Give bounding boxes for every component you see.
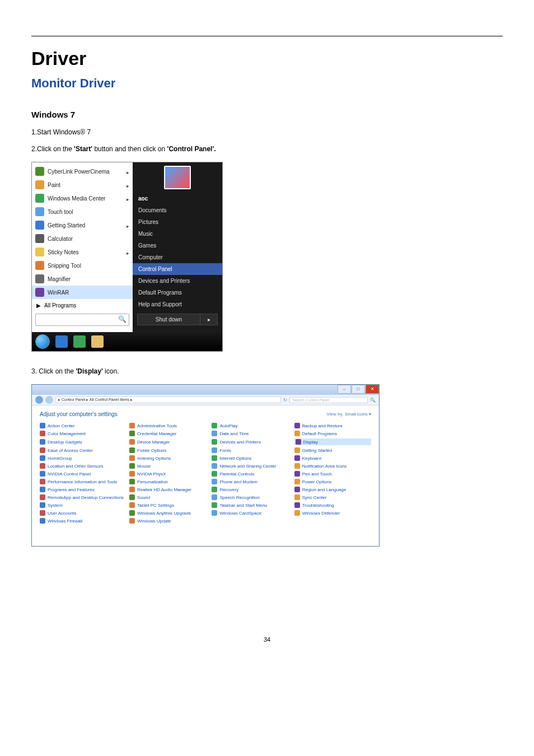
start-menu-program-item[interactable]: Paint▸ [32, 178, 133, 192]
user-picture[interactable] [164, 166, 191, 189]
step-2: 2.Click on the 'Start' button and then c… [31, 145, 503, 153]
refresh-icon[interactable]: ↻ [283, 398, 287, 403]
control-panel-item-label: User Accounts [48, 511, 77, 516]
control-panel-item[interactable]: Pen and Touch [294, 471, 371, 477]
start-orb-icon[interactable] [35, 334, 50, 349]
control-panel-item[interactable]: RemoteApp and Desktop Connections [40, 494, 124, 500]
start-search-input[interactable]: 🔍 [35, 314, 129, 326]
start-menu-right-item[interactable]: Control Panel [133, 263, 222, 275]
start-menu-program-item[interactable]: WinRAR [32, 286, 133, 299]
control-panel-item[interactable]: Performance Information and Tools [40, 479, 124, 484]
control-panel-item[interactable]: Internet Options [212, 455, 288, 461]
start-menu-right-item[interactable]: Games [133, 240, 222, 251]
control-panel-item[interactable]: Windows Firewall [40, 518, 124, 524]
control-panel-item[interactable]: Administrative Tools [129, 423, 206, 428]
control-panel-item[interactable]: Credential Manager [129, 431, 206, 436]
start-menu-right-item[interactable]: Music [133, 228, 222, 240]
control-panel-item-label: Windows Defender [302, 511, 340, 516]
step-3-bold-display: 'Display' [76, 367, 102, 375]
control-panel-item[interactable]: Desktop Gadgets [40, 438, 124, 445]
control-panel-item[interactable]: NVIDIA PhysX [129, 471, 206, 477]
control-panel-item[interactable]: Color Management [40, 431, 124, 436]
control-panel-item[interactable]: User Accounts [40, 510, 124, 516]
control-panel-item-label: Location and Other Sensors [48, 464, 104, 469]
control-panel-item[interactable]: Indexing Options [129, 455, 206, 461]
control-panel-item[interactable]: Fonts [212, 447, 288, 453]
start-menu-program-item[interactable]: Snipping Tool [32, 259, 133, 272]
taskbar-explorer-icon[interactable] [91, 335, 104, 348]
shutdown-button[interactable]: Shut down [137, 314, 200, 325]
control-panel-item[interactable]: NVIDIA Control Panel [40, 471, 124, 477]
control-panel-item[interactable]: Parental Controls [212, 471, 288, 477]
control-panel-item[interactable]: Mouse [129, 463, 206, 469]
start-menu-program-item[interactable]: CyberLink PowerCinema▸ [32, 165, 133, 178]
control-panel-item[interactable]: HomeGroup [40, 455, 124, 461]
control-panel-item-label: Sync Center [302, 495, 327, 500]
search-control-panel-input[interactable]: Search Control Panel [289, 397, 368, 403]
control-panel-item[interactable]: Display [294, 438, 371, 445]
start-menu-program-item[interactable]: Touch tool [32, 205, 133, 218]
all-programs-item[interactable]: ▶ All Programs [32, 299, 133, 311]
start-menu-right-item[interactable]: Documents [133, 204, 222, 216]
page-number: 34 [31, 636, 503, 643]
control-panel-item[interactable]: Default Programs [294, 431, 371, 436]
control-panel-item[interactable]: Region and Language [294, 487, 371, 492]
start-menu-right-item[interactable]: Help and Support [133, 298, 222, 310]
control-panel-item[interactable]: Folder Options [129, 447, 206, 453]
start-menu-program-item[interactable]: Calculator [32, 232, 133, 245]
breadcrumb[interactable]: ▸ Control Panel ▸ All Control Panel Item… [55, 396, 281, 403]
control-panel-item[interactable]: Windows CardSpace [212, 510, 288, 516]
control-panel-item[interactable]: Ease of Access Center [40, 447, 124, 453]
control-panel-item[interactable]: Sync Center [294, 494, 371, 500]
start-menu-program-item[interactable]: Sticky Notes▸ [32, 245, 133, 259]
start-menu-right-item[interactable]: Default Programs [133, 287, 222, 298]
control-panel-item[interactable]: Realtek HD Audio Manager [129, 487, 206, 492]
control-panel-item[interactable]: Programs and Features [40, 487, 124, 492]
taskbar-ie-icon[interactable] [55, 335, 68, 348]
control-panel-item[interactable]: Windows Anytime Upgrade [129, 510, 206, 516]
close-button[interactable]: ✕ [366, 385, 379, 394]
control-panel-item-icon [129, 463, 135, 469]
start-menu-program-item[interactable]: Getting Started▸ [32, 218, 133, 232]
start-menu-right-item[interactable]: Pictures [133, 216, 222, 228]
control-panel-item[interactable]: Notification Area Icons [294, 463, 371, 469]
taskbar-media-icon[interactable] [73, 335, 86, 348]
shutdown-options-button[interactable]: ▸ [200, 314, 218, 325]
control-panel-item[interactable]: Taskbar and Start Menu [212, 502, 288, 508]
control-panel-item[interactable]: Date and Time [212, 431, 288, 436]
start-menu-program-item[interactable]: Windows Media Center▸ [32, 192, 133, 205]
view-by-dropdown[interactable]: View by: Small icons ▾ [327, 412, 371, 417]
control-panel-item[interactable]: Location and Other Sensors [40, 463, 124, 469]
start-menu-right-item[interactable]: Computer [133, 251, 222, 263]
maximize-button[interactable]: □ [352, 385, 365, 394]
control-panel-item[interactable]: Devices and Printers [212, 438, 288, 445]
control-panel-item[interactable]: AutoPlay [212, 423, 288, 428]
control-panel-item[interactable]: Power Options [294, 479, 371, 484]
control-panel-item[interactable]: Tablet PC Settings [129, 502, 206, 508]
minimize-button[interactable]: – [338, 385, 351, 394]
control-panel-item[interactable]: Phone and Modem [212, 479, 288, 484]
user-name[interactable]: aoc [133, 193, 222, 204]
start-menu-program-item[interactable]: Magnifier [32, 272, 133, 286]
control-panel-item[interactable]: Sound [129, 494, 206, 500]
nav-forward-button[interactable] [45, 396, 53, 404]
control-panel-item-label: NVIDIA Control Panel [48, 472, 91, 477]
control-panel-item[interactable]: Network and Sharing Center [212, 463, 288, 469]
program-label: CyberLink PowerCinema [48, 169, 110, 175]
control-panel-item[interactable]: Backup and Restore [294, 423, 371, 428]
control-panel-item[interactable]: Windows Defender [294, 510, 371, 516]
submenu-arrow-icon: ▸ [127, 197, 129, 202]
control-panel-item[interactable]: System [40, 502, 124, 508]
control-panel-item[interactable]: Recovery [212, 487, 288, 492]
control-panel-item[interactable]: Speech Recognition [212, 494, 288, 500]
control-panel-item-label: Power Options [302, 479, 331, 484]
control-panel-item[interactable]: Device Manager [129, 438, 206, 445]
control-panel-item[interactable]: Troubleshooting [294, 502, 371, 508]
control-panel-item[interactable]: Action Center [40, 423, 124, 428]
nav-back-button[interactable] [35, 396, 43, 404]
control-panel-item[interactable]: Windows Update [129, 518, 206, 524]
control-panel-item[interactable]: Getting Started [294, 447, 371, 453]
control-panel-item[interactable]: Keyboard [294, 455, 371, 461]
start-menu-right-item[interactable]: Devices and Printers [133, 275, 222, 287]
control-panel-item[interactable]: Personalization [129, 479, 206, 484]
